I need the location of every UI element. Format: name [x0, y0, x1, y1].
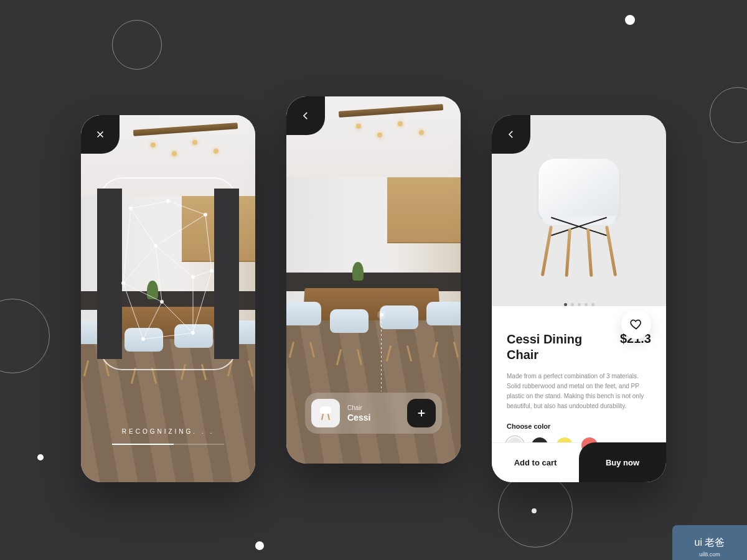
watermark: ui 老爸 uil8.com: [672, 525, 747, 560]
svg-point-0: [129, 207, 133, 210]
product-title: Cessi Dining Chair: [507, 332, 594, 363]
svg-point-9: [160, 300, 164, 304]
decorative-ring: [112, 20, 162, 70]
result-thumbnail: [311, 399, 340, 427]
svg-point-4: [191, 331, 195, 335]
product-description: Made from a perfect combination of 3 mat…: [507, 371, 651, 411]
screen-recognizing: RECOGNIZING. . .: [81, 115, 255, 482]
svg-point-2: [204, 213, 207, 217]
add-button[interactable]: [407, 399, 436, 427]
chevron-left-icon: [505, 129, 517, 140]
design-canvas: RECOGNIZING. . .: [0, 0, 747, 560]
svg-point-6: [121, 281, 125, 285]
favorite-button[interactable]: [621, 309, 651, 339]
result-info: Chair Cessi: [347, 404, 400, 422]
image-pagination[interactable]: [492, 303, 666, 306]
decorative-dot: [255, 541, 264, 550]
ar-connector-line: [381, 317, 382, 391]
recognizing-label: RECOGNIZING. . .: [81, 428, 255, 435]
decorative-dot: [37, 454, 44, 460]
buy-now-button[interactable]: Buy now: [579, 442, 666, 482]
result-category: Chair: [347, 404, 400, 411]
scan-mesh: [118, 196, 218, 345]
recognizing-status: RECOGNIZING. . .: [81, 428, 255, 445]
decorative-dot: [532, 508, 537, 513]
progress-bar: [112, 444, 224, 445]
decorative-dot: [625, 15, 635, 25]
recognition-result-card[interactable]: Chair Cessi: [305, 393, 442, 434]
product-details: Cessi Dining Chair $21.3 Made from a per…: [507, 332, 651, 454]
decorative-ring: [0, 299, 50, 373]
svg-point-5: [141, 337, 145, 341]
add-to-cart-button[interactable]: Add to cart: [492, 442, 579, 482]
chair-icon: [317, 405, 334, 421]
svg-point-7: [154, 244, 157, 248]
plus-icon: [416, 408, 427, 419]
chair-illustration: [532, 159, 626, 277]
close-icon: [95, 129, 106, 140]
decorative-ring: [710, 87, 747, 143]
watermark-url: uil8.com: [699, 551, 720, 558]
svg-point-1: [166, 199, 170, 203]
screen-result: Chair Cessi: [286, 96, 461, 464]
back-button[interactable]: [492, 115, 530, 154]
svg-point-8: [191, 275, 195, 279]
chevron-left-icon: [300, 110, 311, 121]
product-image[interactable]: [492, 128, 666, 308]
svg-point-3: [210, 269, 214, 273]
close-button[interactable]: [81, 115, 120, 154]
back-button[interactable]: [286, 96, 325, 135]
cta-row: Add to cart Buy now: [492, 442, 666, 482]
screen-product-detail: Cessi Dining Chair $21.3 Made from a per…: [492, 115, 666, 482]
ar-anchor-dot: [380, 313, 383, 317]
watermark-brand: ui 老爸: [695, 536, 725, 549]
choose-color-label: Choose color: [507, 422, 651, 430]
heart-icon: [630, 318, 642, 330]
result-name: Cessi: [347, 413, 400, 422]
